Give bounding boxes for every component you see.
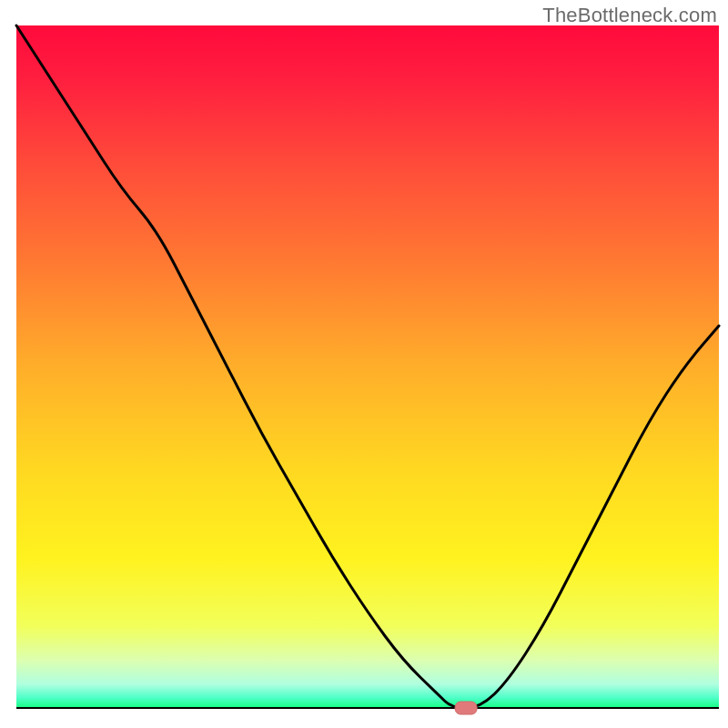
bottleneck-chart	[0, 0, 728, 728]
watermark-text: TheBottleneck.com	[542, 4, 717, 27]
plot-background	[16, 25, 719, 708]
optimal-marker	[455, 702, 477, 714]
chart-container: TheBottleneck.com	[0, 0, 728, 728]
